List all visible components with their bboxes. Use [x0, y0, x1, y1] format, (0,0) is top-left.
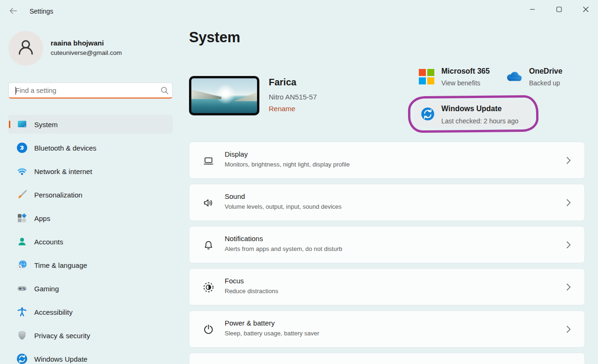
settings-row-power-battery[interactable]: Power & battery Sleep, battery usage, ba…: [189, 311, 585, 348]
sidebar-item-privacy-security[interactable]: Privacy & security: [8, 326, 173, 345]
row-title: Power & battery: [225, 319, 275, 327]
device-wallpaper: [191, 78, 257, 113]
shield-icon: [16, 330, 28, 341]
chevron-right-icon: [564, 325, 573, 334]
gamepad-icon: [16, 283, 28, 294]
sidebar-item-label: Windows Update: [34, 355, 87, 363]
onedrive-cloud-icon: [504, 70, 523, 85]
chevron-right-icon: [564, 240, 573, 250]
sidebar-item-bluetooth-devices[interactable]: Bluetooth & devices: [8, 138, 173, 157]
chevron-right-icon: [564, 282, 573, 292]
apps-icon: [16, 212, 28, 224]
settings-row-sound[interactable]: Sound Volume levels, output, input, soun…: [189, 184, 585, 221]
sidebar-item-label: Accessibility: [34, 308, 73, 316]
sidebar-item-label: Time & language: [34, 261, 87, 269]
windows-update-icon: [16, 353, 28, 364]
row-subtitle: Reduce distractions: [225, 288, 278, 295]
row-subtitle: Sleep, battery usage, battery saver: [225, 330, 319, 337]
bluetooth-icon: [16, 142, 28, 153]
selected-accent-bar: [9, 121, 10, 128]
device-name: Farica: [269, 77, 296, 88]
minimize-icon: [530, 6, 535, 14]
microsoft-logo-yellow-square: [427, 77, 434, 84]
settings-row-notifications[interactable]: Notifications Alerts from apps and syste…: [189, 226, 585, 263]
back-button[interactable]: [7, 6, 20, 18]
device-thumbnail: [189, 76, 259, 115]
microsoft-logo-green-square: [427, 69, 434, 76]
accessibility-person-icon: [16, 306, 28, 318]
microsoft365-title[interactable]: Microsoft 365: [441, 67, 490, 76]
sidebar-item-accessibility[interactable]: Accessibility: [8, 303, 173, 321]
system-icon: [16, 119, 28, 130]
settings-row-display[interactable]: Display Monitors, brightness, night ligh…: [189, 142, 585, 179]
sidebar-item-label: Gaming: [34, 285, 59, 293]
main-content: System Farica Nitro AN515-57 Rename Micr…: [183, 23, 598, 364]
microsoft365-subtitle: View benefits: [441, 79, 480, 87]
sidebar-item-apps[interactable]: Apps: [8, 209, 173, 228]
account-person-icon: [16, 236, 28, 247]
microsoft-logo-red-square: [419, 69, 426, 76]
avatar[interactable]: [8, 31, 43, 66]
focus-icon: [202, 281, 215, 294]
sidebar-item-label: Personalization: [34, 191, 83, 199]
sidebar-item-time-language[interactable]: Time & language: [8, 256, 173, 274]
rename-link[interactable]: Rename: [269, 105, 295, 113]
settings-row-focus[interactable]: Focus Reduce distractions: [189, 268, 585, 305]
page-title: System: [189, 29, 240, 46]
globe-clock-icon: [16, 259, 28, 271]
sidebar-item-gaming[interactable]: Gaming: [8, 279, 173, 298]
back-arrow-icon: [8, 6, 18, 18]
onedrive-title[interactable]: OneDrive: [529, 67, 562, 76]
sidebar-item-label: Network & internet: [34, 167, 92, 175]
text-cursor: [15, 87, 16, 95]
close-icon: [583, 6, 589, 14]
profile-email: cuteuniverse@gmail.com: [51, 49, 122, 56]
row-title: Sound: [225, 192, 245, 200]
window-title: Settings: [30, 0, 53, 23]
row-title: Notifications: [225, 235, 263, 243]
search-input[interactable]: [9, 87, 156, 94]
close-button[interactable]: [575, 0, 597, 20]
sidebar-item-label: Apps: [34, 214, 50, 222]
row-title: Display: [225, 150, 248, 158]
row-title: Focus: [225, 277, 244, 285]
sidebar-item-network-internet[interactable]: Network & internet: [8, 162, 173, 181]
minimize-button[interactable]: [522, 0, 543, 20]
sidebar-item-label: Accounts: [34, 238, 63, 246]
paintbrush-icon: [16, 189, 28, 200]
sidebar-item-accounts[interactable]: Accounts: [8, 232, 173, 251]
power-icon: [202, 323, 215, 336]
sidebar-item-personalization[interactable]: Personalization: [8, 185, 173, 204]
maximize-icon: [556, 6, 562, 14]
row-subtitle: Monitors, brightness, night light, displ…: [225, 161, 350, 168]
device-model: Nitro AN515-57: [269, 93, 317, 101]
wifi-icon: [16, 166, 28, 177]
settings-row-partial[interactable]: [189, 353, 585, 364]
row-subtitle: Volume levels, output, input, sound devi…: [225, 203, 341, 210]
windows-update-subtitle: Last checked: 2 hours ago: [441, 117, 518, 125]
sidebar-item-system[interactable]: System: [8, 115, 173, 134]
microsoft-logo-blue-square: [419, 77, 426, 84]
sidebar-item-label: Privacy & security: [34, 332, 90, 340]
profile-name: raaina bhojwani: [51, 39, 104, 47]
windows-update-title: Windows Update: [441, 105, 502, 113]
microsoft-logo: [419, 69, 434, 84]
sound-icon: [202, 197, 215, 209]
windows-update-icon: [421, 107, 435, 121]
chevron-right-icon: [564, 156, 573, 165]
row-subtitle: Alerts from apps and system, do not dist…: [225, 245, 342, 252]
maximize-button[interactable]: [548, 0, 570, 20]
sidebar: raaina bhojwani cuteuniverse@gmail.com S…: [0, 23, 183, 364]
windows-update-tile[interactable]: Windows Update Last checked: 2 hours ago: [415, 100, 532, 128]
titlebar: Settings: [0, 0, 598, 23]
sidebar-item-label: Bluetooth & devices: [34, 144, 97, 152]
bell-icon: [202, 239, 215, 251]
person-icon: [15, 37, 36, 60]
display-icon: [202, 154, 215, 167]
chevron-right-icon: [564, 198, 573, 207]
onedrive-subtitle: Backed up: [529, 79, 560, 87]
search-icon: [156, 86, 172, 95]
sidebar-item-label: System: [34, 121, 58, 129]
sidebar-item-windows-update[interactable]: Windows Update: [8, 349, 173, 364]
search-box[interactable]: [8, 83, 173, 99]
